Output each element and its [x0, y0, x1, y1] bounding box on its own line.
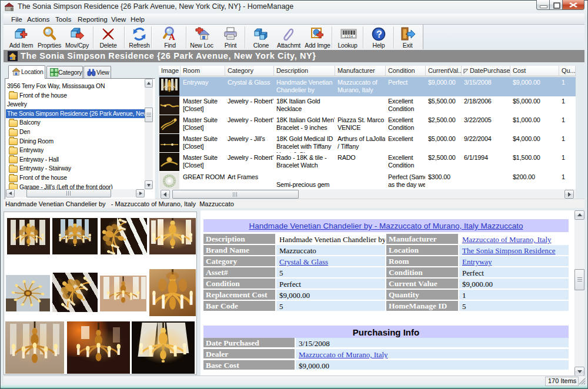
svg-text:1 2 3 4: 1 2 3 4: [345, 35, 353, 38]
svg-text:A: A: [169, 32, 175, 42]
svg-text:?: ?: [376, 29, 382, 39]
